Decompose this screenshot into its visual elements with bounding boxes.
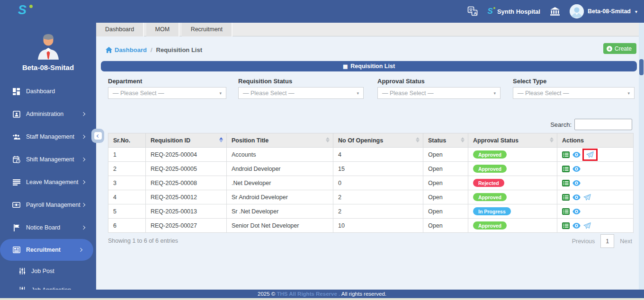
chevron-right-icon	[81, 158, 85, 161]
details-icon[interactable]	[562, 208, 570, 215]
sort-icon	[550, 137, 554, 142]
sort-icon	[416, 137, 420, 142]
id-card-icon	[12, 110, 20, 118]
filter-label-department: Department	[108, 78, 142, 85]
cell-srno: 5	[108, 204, 146, 219]
chevron-right-icon	[81, 226, 85, 229]
cell-srno: 6	[108, 219, 146, 233]
tab-recruitment[interactable]: Recruitment	[182, 23, 233, 36]
sidebar-item-staff-management[interactable]: Staff Management	[0, 125, 96, 148]
page-1-button[interactable]: 1	[600, 234, 614, 248]
hospital-brand[interactable]: S Synth Hospital	[488, 7, 540, 16]
chevron-right-icon	[81, 135, 85, 139]
eye-icon[interactable]	[572, 166, 581, 172]
details-icon[interactable]	[562, 222, 570, 229]
breadcrumb: Dashboard / Requisition List	[106, 45, 202, 54]
department-select-value: — Please Select —	[113, 90, 164, 97]
table-header-row: Sr.No. Requisition ID Position Title No …	[108, 133, 634, 148]
department-select[interactable]: — Please Select —▾	[108, 87, 226, 99]
eye-icon[interactable]	[572, 223, 581, 229]
cell-srno: 2	[108, 162, 146, 176]
panel-header: ▦Requisition List	[101, 61, 637, 71]
type-select[interactable]: — Please Select —▾	[513, 87, 635, 99]
user-menu[interactable]: Beta-08-Smitad ▾	[570, 4, 637, 18]
sidebar: Beta-08-Smitad Dashboard Administration …	[0, 23, 96, 298]
cell-srno: 4	[108, 190, 146, 204]
sidebar-item-shift-management[interactable]: Shift Management	[0, 148, 96, 171]
send-icon[interactable]	[586, 151, 594, 158]
sidebar-item-recruitment[interactable]: Recruitment	[0, 239, 93, 261]
sidebar-item-payroll-management[interactable]: Payroll Management	[0, 194, 96, 216]
details-icon[interactable]	[562, 180, 570, 186]
sidebar-collapse-button[interactable]	[91, 129, 104, 143]
sidebar-item-label: Dashboard	[26, 88, 55, 95]
table-row: 1REQ-2025-00004Accounts4OpenApproved	[108, 148, 634, 162]
cell-status: Open	[423, 176, 468, 190]
requisition-status-select-value: — Please Select —	[243, 90, 294, 97]
eye-icon[interactable]	[572, 180, 581, 186]
notice-flag-icon	[12, 224, 20, 232]
sidebar-item-notice-board[interactable]: Notice Board	[0, 216, 96, 239]
cell-actions	[557, 219, 634, 233]
cell-requisition-id: REQ-2025-00013	[146, 204, 227, 219]
cell-openings: 2	[333, 190, 423, 204]
cell-actions	[557, 148, 634, 162]
language-icon[interactable]: A	[467, 6, 478, 17]
details-icon[interactable]	[562, 194, 570, 201]
tab-mom[interactable]: MOM	[146, 23, 180, 36]
table-row: 5REQ-2025-00013Sr .Net Developer2OpenIn …	[108, 204, 634, 219]
chevron-down-icon: ▾	[219, 91, 222, 96]
profile-name: Beta-08-Smitad	[0, 63, 96, 71]
tab-bar: Dashboard MOM Recruitment	[96, 23, 644, 36]
app-logo[interactable]: S	[18, 3, 27, 18]
user-avatar	[570, 4, 584, 18]
eye-icon[interactable]	[572, 209, 581, 214]
chevron-right-icon	[81, 203, 85, 207]
details-icon[interactable]	[562, 166, 570, 172]
vertical-scrollbar[interactable]	[639, 23, 644, 290]
cell-position-title: Senior Dot Net Developer	[227, 219, 333, 233]
sidebar-subitem-job-post[interactable]: Job Post	[0, 263, 96, 279]
sort-icon	[326, 137, 330, 142]
main-content: Dashboard MOM Recruitment Dashboard / Re…	[96, 23, 644, 290]
column-header-position-title[interactable]: Position Title	[227, 133, 333, 148]
staff-people-icon	[12, 133, 20, 141]
column-header-openings[interactable]: No Of Openings	[333, 133, 423, 148]
requisition-status-select[interactable]: — Please Select —▾	[238, 87, 364, 99]
cell-position-title: Android Developer	[227, 162, 333, 176]
cell-approval-status: Rejected	[468, 176, 557, 190]
create-button[interactable]: + Create	[603, 43, 636, 54]
send-icon[interactable]	[583, 194, 591, 201]
hospital-logo-icon: S	[488, 7, 493, 16]
column-header-requisition-id[interactable]: Requisition ID	[146, 133, 227, 148]
sidebar-item-leave-management[interactable]: Leave Management	[0, 171, 96, 194]
approval-status-badge: In Progress	[473, 207, 511, 215]
breadcrumb-dashboard-link[interactable]: Dashboard	[115, 46, 147, 53]
approval-status-select[interactable]: — Please Select —▾	[377, 87, 501, 99]
previous-button[interactable]: Previous	[572, 238, 595, 245]
column-header-srno[interactable]: Sr.No.	[108, 133, 146, 148]
profile-avatar	[33, 30, 63, 61]
footer: 2025 © THS All Rights Reserve . All righ…	[0, 290, 644, 298]
send-icon[interactable]	[583, 222, 591, 229]
cell-requisition-id: REQ-2025-00004	[146, 148, 227, 162]
column-header-status[interactable]: Status	[423, 133, 468, 148]
tab-dashboard[interactable]: Dashboard	[96, 23, 144, 36]
svg-text:A: A	[474, 11, 476, 16]
cell-actions	[557, 162, 634, 176]
sidebar-item-dashboard[interactable]: Dashboard	[0, 80, 96, 103]
eye-icon[interactable]	[572, 152, 581, 158]
column-header-approval-status[interactable]: Approval Status	[468, 133, 557, 148]
app-logo-dot	[29, 5, 33, 8]
next-button[interactable]: Next	[620, 238, 632, 245]
footer-brand-link[interactable]: THS All Rights Reserve .	[277, 291, 340, 297]
sidebar-item-administration[interactable]: Administration	[0, 103, 96, 125]
scrollbar-thumb[interactable]	[639, 59, 644, 75]
institution-icon[interactable]	[550, 7, 560, 16]
approval-status-badge: Rejected	[473, 179, 504, 187]
details-icon[interactable]	[562, 151, 570, 158]
cell-actions	[557, 190, 634, 204]
eye-icon[interactable]	[572, 194, 581, 200]
sidebar-item-label: Notice Board	[26, 224, 60, 231]
search-input[interactable]	[574, 119, 632, 130]
